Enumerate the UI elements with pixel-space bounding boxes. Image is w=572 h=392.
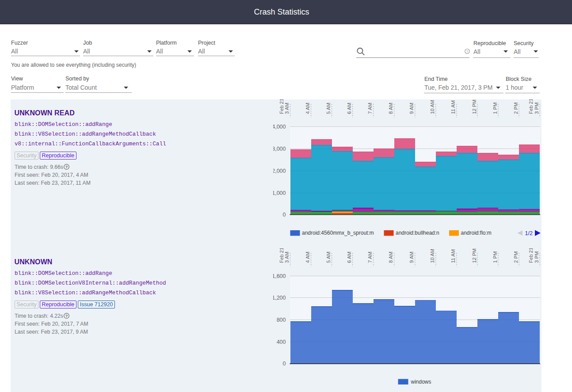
svg-text:android:flo:m: android:flo:m xyxy=(461,230,492,236)
svg-text:?: ? xyxy=(466,49,469,53)
svg-text:0: 0 xyxy=(283,212,286,218)
svg-text:Feb 21: Feb 21 xyxy=(279,99,284,114)
svg-text:800: 800 xyxy=(277,317,286,323)
svg-text:7 AM: 7 AM xyxy=(367,251,373,263)
svg-text:11 AM: 11 AM xyxy=(450,249,456,263)
svg-text:10 AM: 10 AM xyxy=(430,249,435,263)
svg-text:2 PM: 2 PM xyxy=(513,103,519,114)
svg-text:2,000: 2,000 xyxy=(273,168,286,174)
svg-text:3 PM: 3 PM xyxy=(534,103,539,114)
svg-text:3 AM: 3 AM xyxy=(284,103,290,114)
svg-text:7 AM: 7 AM xyxy=(367,103,373,114)
svg-text:11 AM: 11 AM xyxy=(450,100,456,114)
svg-text:5 AM: 5 AM xyxy=(326,103,331,114)
svg-text:3 AM: 3 AM xyxy=(284,251,290,263)
svg-text:1/2: 1/2 xyxy=(525,230,533,236)
svg-text:1 PM: 1 PM xyxy=(492,251,498,263)
svg-text:0: 0 xyxy=(283,361,286,367)
svg-text:400: 400 xyxy=(277,339,286,345)
svg-text:6 AM: 6 AM xyxy=(347,103,352,114)
svg-text:android:4560mmx_b_sprout:m: android:4560mmx_b_sprout:m xyxy=(302,230,374,236)
svg-text:6 AM: 6 AM xyxy=(347,251,352,263)
svg-text:9 AM: 9 AM xyxy=(409,103,414,114)
svg-text:9 AM: 9 AM xyxy=(409,251,414,263)
svg-text:12 PM: 12 PM xyxy=(472,248,477,263)
svg-text:4 AM: 4 AM xyxy=(305,103,310,114)
svg-text:1 PM: 1 PM xyxy=(492,103,498,114)
svg-text:4,000: 4,000 xyxy=(273,124,286,130)
svg-text:10 AM: 10 AM xyxy=(430,100,435,114)
svg-text:windows: windows xyxy=(411,379,431,385)
svg-text:3 PM: 3 PM xyxy=(534,251,539,263)
svg-text:1,200: 1,200 xyxy=(273,295,286,301)
svg-text:12 PM: 12 PM xyxy=(472,99,477,114)
svg-text:4 AM: 4 AM xyxy=(305,251,310,263)
svg-text:8 AM: 8 AM xyxy=(388,251,393,263)
svg-text:?: ? xyxy=(65,165,68,169)
svg-text:Feb 21: Feb 21 xyxy=(528,248,534,263)
svg-text:5 AM: 5 AM xyxy=(326,251,331,263)
svg-text:3,000: 3,000 xyxy=(273,146,286,152)
svg-text:8 AM: 8 AM xyxy=(388,103,393,114)
svg-text:?: ? xyxy=(65,314,68,318)
svg-text:1,600: 1,600 xyxy=(273,273,286,279)
svg-text:Feb 21: Feb 21 xyxy=(279,248,284,263)
svg-text:android:bullhead:n: android:bullhead:n xyxy=(396,230,439,236)
svg-text:Feb 21: Feb 21 xyxy=(528,99,534,114)
svg-text:2 PM: 2 PM xyxy=(513,251,519,263)
svg-text:1,000: 1,000 xyxy=(273,190,286,196)
